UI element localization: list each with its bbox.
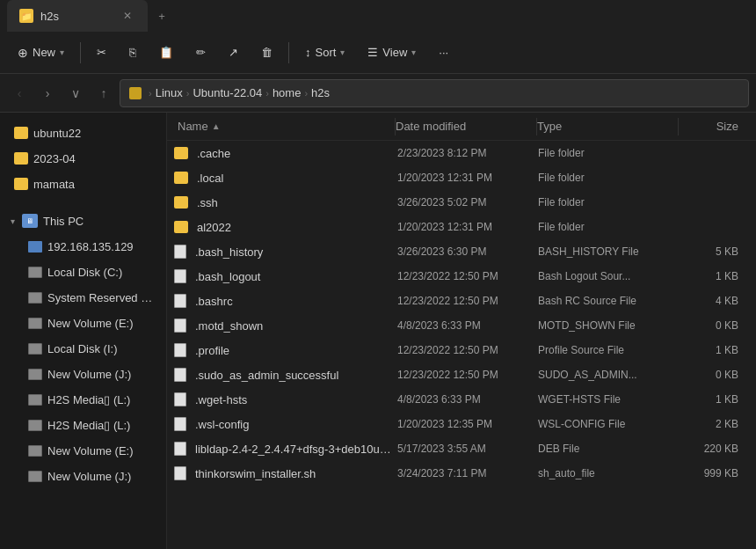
sidebar-item-newe[interactable]: New Volume (E:) xyxy=(4,311,163,335)
rename-button[interactable]: ✏ xyxy=(185,37,216,69)
table-row[interactable]: .bashrc 12/23/2022 12:50 PM Bash RC Sour… xyxy=(167,289,756,313)
delete-button[interactable]: 🗑 xyxy=(251,37,283,69)
paste-button[interactable]: 📋 xyxy=(149,37,184,69)
sidebar-label: 192.168.135.129 xyxy=(47,240,134,253)
file-date: 3/26/2023 5:02 PM xyxy=(397,196,538,209)
file-icon xyxy=(174,294,186,308)
recent-button[interactable]: ∨ xyxy=(63,81,88,106)
sidebar-item-ubuntu22[interactable]: ubuntu22 xyxy=(4,121,163,145)
tab-h2s[interactable]: 📁 h2s ✕ xyxy=(7,0,148,32)
file-icon xyxy=(174,417,186,431)
table-row[interactable]: .wsl-config 1/20/2023 12:35 PM WSL-CONFI… xyxy=(167,412,756,436)
file-type: File folder xyxy=(538,172,679,184)
col-name-label: Name xyxy=(178,120,208,133)
hdd-icon xyxy=(28,445,42,457)
sidebar-item-localc[interactable]: Local Disk (C:) xyxy=(4,260,163,284)
sidebar-label: New Volume (E:) xyxy=(47,317,134,330)
sidebar-label: New Volume (J:) xyxy=(47,470,131,483)
file-icon xyxy=(174,172,188,184)
file-size: 0 KB xyxy=(679,369,749,381)
new-tab-icon: + xyxy=(158,10,165,23)
table-row[interactable]: libldap-2.4-2_2.4.47+dfsg-3+deb10u7_a...… xyxy=(167,436,756,461)
addressbar: ‹ › ∨ ↑ › Linux › Ubuntu-22.04 › home › … xyxy=(0,74,756,113)
forward-button[interactable]: › xyxy=(35,81,60,106)
cut-button[interactable]: ✂ xyxy=(86,37,117,69)
sidebar-item-network[interactable]: 192.168.135.129 xyxy=(4,234,163,259)
new-tab-button[interactable]: + xyxy=(148,2,176,30)
table-row[interactable]: .sudo_as_admin_successful 12/23/2022 12:… xyxy=(167,362,756,387)
copy-button[interactable]: ⎘ xyxy=(119,37,147,69)
breadcrumb[interactable]: › Linux › Ubuntu-22.04 › home › h2s xyxy=(120,79,749,107)
sidebar-item-newj[interactable]: New Volume (J:) xyxy=(4,362,163,386)
col-name-header[interactable]: Name ▲ xyxy=(174,120,395,133)
sidebar-item-mamata[interactable]: mamata xyxy=(4,172,163,196)
breadcrumb-home[interactable]: home xyxy=(273,86,302,99)
sidebar-this-pc-label: This PC xyxy=(43,215,84,228)
file-type: WGET-HSTS File xyxy=(538,393,679,406)
sidebar-item-newjl[interactable]: New Volume (J:) xyxy=(4,464,163,488)
filelist-header: Name ▲ Date modified Type Size xyxy=(167,113,756,141)
table-row[interactable]: al2022 1/20/2023 12:31 PM File folder xyxy=(167,215,756,239)
sidebar-item-locali[interactable]: Local Disk (I:) xyxy=(4,336,163,361)
filelist: Name ▲ Date modified Type Size .cache 2/… xyxy=(167,113,756,549)
file-type: sh_auto_file xyxy=(538,467,679,479)
new-button[interactable]: ⊕ New ▾ xyxy=(7,37,75,69)
file-icon xyxy=(174,221,188,233)
sidebar-item-this-pc[interactable]: ▾ 🖥 This PC xyxy=(4,209,163,233)
more-button[interactable]: ··· xyxy=(428,37,459,69)
table-row[interactable]: .wget-hsts 4/8/2023 6:33 PM WGET-HSTS Fi… xyxy=(167,387,756,412)
sidebar-item-2023-04[interactable]: 2023-04 xyxy=(4,146,163,171)
table-row[interactable]: .bash_history 3/26/2023 6:30 PM BASH_HIS… xyxy=(167,239,756,264)
file-size: 1 KB xyxy=(679,344,749,356)
col-size-label: Size xyxy=(716,120,738,133)
file-type: File folder xyxy=(538,147,679,159)
table-row[interactable]: .cache 2/23/2023 8:12 PM File folder xyxy=(167,141,756,165)
sort-chevron-icon: ▾ xyxy=(340,48,345,57)
tab-close-button[interactable]: ✕ xyxy=(120,8,135,24)
file-size: 1 KB xyxy=(679,270,749,282)
back-button[interactable]: ‹ xyxy=(7,81,32,106)
delete-icon: 🗑 xyxy=(261,46,273,59)
sidebar-item-h2sl2[interactable]: H2S Media▯ (L:) xyxy=(4,413,163,437)
file-icon xyxy=(174,269,186,283)
table-row[interactable]: .bash_logout 12/23/2022 12:50 PM Bash Lo… xyxy=(167,264,756,289)
table-row[interactable]: .ssh 3/26/2023 5:02 PM File folder xyxy=(167,190,756,215)
sidebar-label: 2023-04 xyxy=(33,152,76,165)
table-row[interactable]: .local 1/20/2023 12:31 PM File folder xyxy=(167,165,756,190)
sidebar-item-h2sl[interactable]: H2S Media▯ (L:) xyxy=(4,387,163,412)
titlebar: 📁 h2s ✕ + xyxy=(0,0,756,32)
breadcrumb-ubuntu[interactable]: Ubuntu-22.04 xyxy=(193,86,262,99)
table-row[interactable]: thinkorswim_installer.sh 3/24/2023 7:11 … xyxy=(167,461,756,486)
file-type: SUDO_AS_ADMIN... xyxy=(538,369,679,381)
sort-button[interactable]: ↕ Sort ▾ xyxy=(294,37,355,69)
file-rows-container: .cache 2/23/2023 8:12 PM File folder .lo… xyxy=(167,141,756,486)
file-name: .ssh xyxy=(193,196,397,209)
sidebar-item-sysd[interactable]: System Reserved (D:) xyxy=(4,285,163,310)
up-button[interactable]: ↑ xyxy=(91,81,116,106)
view-button[interactable]: ☰ View ▾ xyxy=(357,37,426,69)
breadcrumb-linux[interactable]: Linux xyxy=(156,86,183,99)
col-size-header[interactable]: Size xyxy=(679,120,749,133)
main-content: ubuntu22 2023-04 mamata ▾ 🖥 This PC 192.… xyxy=(0,113,756,549)
table-row[interactable]: .profile 12/23/2022 12:50 PM Profile Sou… xyxy=(167,338,756,362)
hdd-icon xyxy=(28,420,42,431)
tab-folder-icon: 📁 xyxy=(19,9,33,23)
sidebar-label: H2S Media▯ (L:) xyxy=(47,393,130,406)
col-date-label: Date modified xyxy=(396,120,466,133)
col-date-header[interactable]: Date modified xyxy=(396,120,536,133)
sidebar-label: H2S Media▯ (L:) xyxy=(47,419,130,432)
view-label: View xyxy=(382,46,407,59)
sidebar-item-newel[interactable]: New Volume (E:) xyxy=(4,438,163,463)
col-sort-icon: ▲ xyxy=(212,121,221,131)
share-button[interactable]: ↗ xyxy=(218,37,249,69)
file-size: 4 KB xyxy=(679,295,749,307)
breadcrumb-h2s[interactable]: h2s xyxy=(311,86,330,99)
net-icon xyxy=(28,241,42,253)
file-name: .bash_logout xyxy=(192,270,397,283)
file-name: .bash_history xyxy=(192,245,397,259)
col-type-header[interactable]: Type xyxy=(537,120,678,133)
table-row[interactable]: .motd_shown 4/8/2023 6:33 PM MOTD_SHOWN … xyxy=(167,313,756,338)
sidebar-label: New Volume (J:) xyxy=(47,368,131,381)
col-type-label: Type xyxy=(537,120,562,133)
file-icon xyxy=(174,392,186,406)
